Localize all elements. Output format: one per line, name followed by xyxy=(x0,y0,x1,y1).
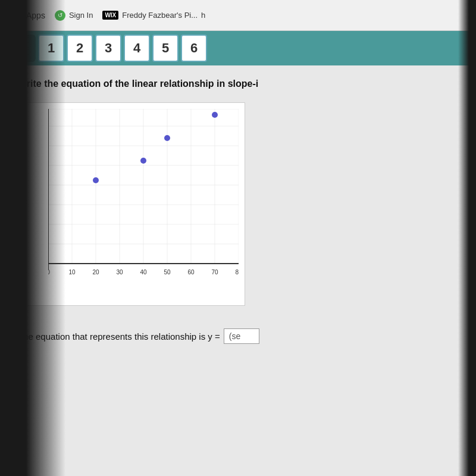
sign-in-label: Sign In xyxy=(69,11,93,20)
data-point-4 xyxy=(212,112,218,118)
scatter-chart: 0 10 20 30 40 50 60 70 80 0 10 20 30 40 … xyxy=(24,102,245,306)
apps-grid-icon xyxy=(7,9,20,22)
svg-text:30: 30 xyxy=(116,269,123,275)
data-point-1 xyxy=(93,177,99,183)
svg-text:50: 50 xyxy=(164,269,171,275)
svg-text:60: 60 xyxy=(187,269,195,275)
data-point-2 xyxy=(140,158,146,164)
question-text: Write the equation of the linear relatio… xyxy=(18,77,458,90)
content-area: Write the equation of the linear relatio… xyxy=(0,65,476,476)
answer-placeholder: (se xyxy=(229,331,240,341)
tab-title: Freddy Fazbear's Pi... xyxy=(122,11,198,20)
answer-prefix: The equation that represents this relati… xyxy=(18,331,220,342)
tab-1[interactable]: 1 xyxy=(38,35,64,62)
apps-section[interactable]: Apps xyxy=(7,9,45,22)
sign-in-button[interactable]: ↺ Sign In xyxy=(55,10,93,21)
svg-text:40: 40 xyxy=(140,269,147,275)
tab-4[interactable]: 4 xyxy=(124,35,150,62)
answer-input-box[interactable]: (se xyxy=(224,328,259,344)
answer-row: The equation that represents this relati… xyxy=(18,328,458,344)
sign-in-icon: ↺ xyxy=(55,10,65,21)
wix-tab[interactable]: WIX Freddy Fazbear's Pi... h xyxy=(102,11,205,20)
tab-2[interactable]: 2 xyxy=(67,35,93,62)
tab-extra: h xyxy=(201,11,205,20)
svg-text:20: 20 xyxy=(92,269,99,275)
chart-svg: 0 10 20 30 40 50 60 70 80 0 10 20 30 40 … xyxy=(48,109,239,287)
nav-tabs-bar: ◄ 1 2 3 4 5 6 xyxy=(0,31,476,65)
data-point-3 xyxy=(164,135,170,141)
wix-badge: WIX xyxy=(102,11,118,20)
tab-6[interactable]: 6 xyxy=(181,35,207,62)
tab-5[interactable]: 5 xyxy=(152,35,178,62)
browser-toolbar: Apps ↺ Sign In WIX Freddy Fazbear's Pi..… xyxy=(0,0,476,31)
svg-text:0: 0 xyxy=(48,269,50,275)
svg-text:10: 10 xyxy=(68,269,76,275)
apps-label: Apps xyxy=(26,11,45,20)
svg-text:70: 70 xyxy=(211,269,218,275)
svg-text:80: 80 xyxy=(235,269,239,275)
tab-3[interactable]: 3 xyxy=(95,35,121,62)
back-button[interactable]: ◄ xyxy=(5,35,36,62)
